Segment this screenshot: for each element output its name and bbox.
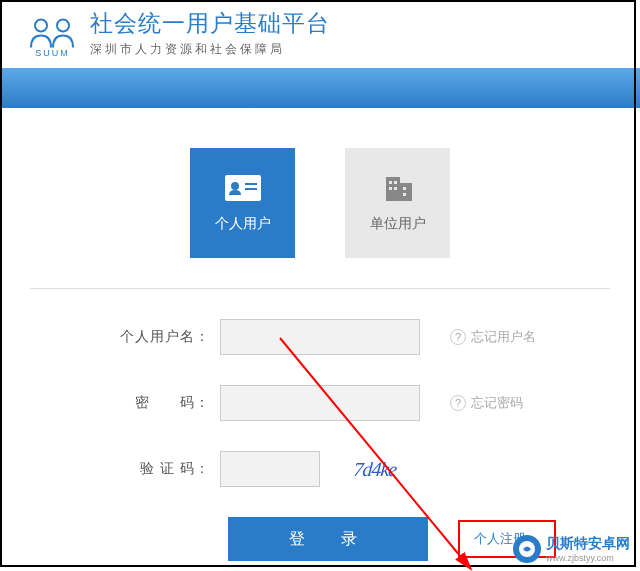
- header: SUUM 社会统一用户基础平台 深圳市人力资源和社会保障局: [0, 0, 640, 63]
- tab-org-user[interactable]: 单位用户: [345, 148, 450, 258]
- watermark-icon: [513, 535, 541, 563]
- svg-rect-4: [245, 183, 257, 185]
- password-label: 密 码：: [80, 394, 220, 412]
- forgot-username-text: 忘记用户名: [471, 328, 536, 346]
- title-block: 社会统一用户基础平台 深圳市人力资源和社会保障局: [90, 8, 330, 58]
- captcha-label: 验 证 码：: [80, 460, 220, 478]
- forgot-password-link[interactable]: ? 忘记密码: [450, 394, 523, 412]
- watermark: 贝斯特安卓网 www.zjbstyy.com: [513, 535, 630, 563]
- svg-rect-8: [389, 181, 392, 184]
- tab-org-label: 单位用户: [370, 215, 426, 233]
- divider: [30, 288, 610, 289]
- question-icon: ?: [450, 395, 466, 411]
- svg-rect-12: [403, 187, 406, 190]
- svg-point-0: [35, 19, 47, 31]
- captcha-row: 验 证 码： 7d4ke: [80, 451, 560, 487]
- svg-rect-13: [403, 193, 406, 196]
- nav-bar: [0, 68, 640, 108]
- watermark-url: www.zjbstyy.com: [546, 553, 630, 563]
- svg-rect-7: [400, 183, 412, 201]
- question-icon: ?: [450, 329, 466, 345]
- forgot-password-text: 忘记密码: [471, 394, 523, 412]
- tab-personal-label: 个人用户: [215, 215, 271, 233]
- username-row: 个人用户名： ? 忘记用户名: [80, 319, 560, 355]
- id-card-icon: [223, 173, 263, 203]
- password-input[interactable]: [220, 385, 420, 421]
- svg-rect-11: [394, 187, 397, 190]
- submit-row: 登 录 个人注册: [80, 517, 560, 561]
- main-content: 个人用户 单位用户 个人用户名： ? 忘记用户名: [0, 108, 640, 571]
- svg-rect-10: [389, 187, 392, 190]
- login-button[interactable]: 登 录: [228, 517, 428, 561]
- forgot-username-link[interactable]: ? 忘记用户名: [450, 328, 536, 346]
- svg-rect-6: [386, 177, 400, 201]
- captcha-input[interactable]: [220, 451, 320, 487]
- captcha-image[interactable]: 7d4ke: [328, 451, 421, 487]
- tab-personal-user[interactable]: 个人用户: [190, 148, 295, 258]
- building-icon: [378, 173, 418, 203]
- svg-point-1: [57, 19, 69, 31]
- username-label: 个人用户名：: [80, 328, 220, 346]
- svg-point-3: [231, 182, 239, 190]
- login-form: 个人用户名： ? 忘记用户名 密 码： ? 忘记密码 验 证 码： 7d4ke …: [80, 319, 560, 561]
- page-title: 社会统一用户基础平台: [90, 8, 330, 39]
- svg-rect-5: [245, 188, 257, 190]
- username-input[interactable]: [220, 319, 420, 355]
- user-type-tabs: 个人用户 单位用户: [0, 148, 640, 258]
- page-subtitle: 深圳市人力资源和社会保障局: [90, 41, 330, 58]
- logo-text: SUUM: [25, 48, 80, 58]
- svg-rect-9: [394, 181, 397, 184]
- password-row: 密 码： ? 忘记密码: [80, 385, 560, 421]
- logo: SUUM: [25, 11, 80, 56]
- watermark-name: 贝斯特安卓网: [546, 535, 630, 553]
